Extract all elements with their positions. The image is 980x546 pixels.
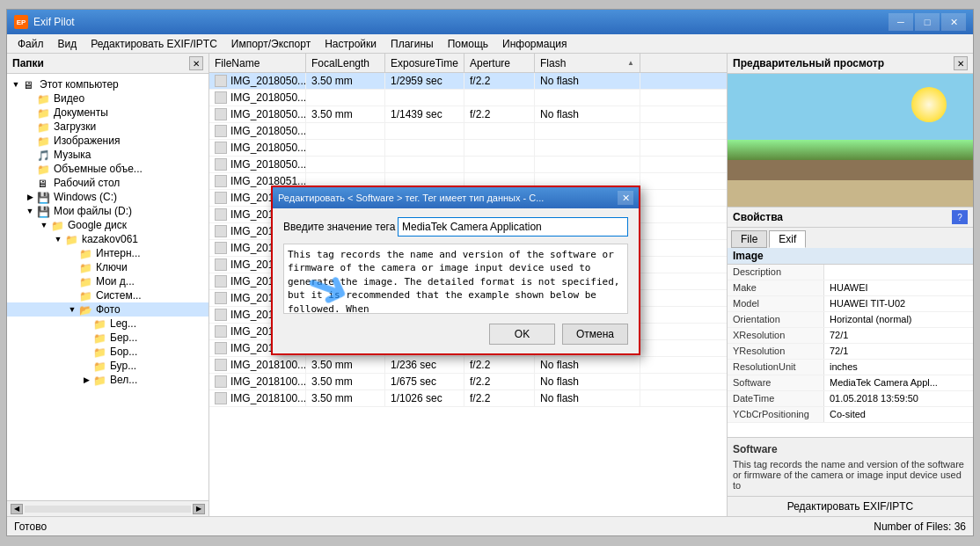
dialog-ok-button[interactable]: OK <box>489 324 555 345</box>
dialog-close-button[interactable]: ✕ <box>618 191 633 205</box>
dialog-buttons: OK Отмена <box>283 324 628 345</box>
main-window: EP Exif Pilot ─ □ ✕ Файл Вид Редактирова… <box>6 9 974 536</box>
dialog-cancel-button[interactable]: Отмена <box>562 324 628 345</box>
dialog-overlay: ➜ Редактировать < Software > тег. Тег им… <box>7 10 973 535</box>
edit-tag-dialog: Редактировать < Software > тег. Тег имее… <box>271 186 640 355</box>
dialog-input-label: Введите значение тега <box>283 221 398 233</box>
dialog-body: Введите значение тега This tag records t… <box>273 208 639 353</box>
tag-value-input[interactable] <box>398 217 628 237</box>
dialog-title-bar: Редактировать < Software > тег. Тег имее… <box>273 187 639 208</box>
tag-description-textarea: This tag records the name and version of… <box>283 244 628 314</box>
dialog-input-row: Введите значение тега <box>283 217 628 237</box>
dialog-title: Редактировать < Software > тег. Тег имее… <box>278 193 618 203</box>
